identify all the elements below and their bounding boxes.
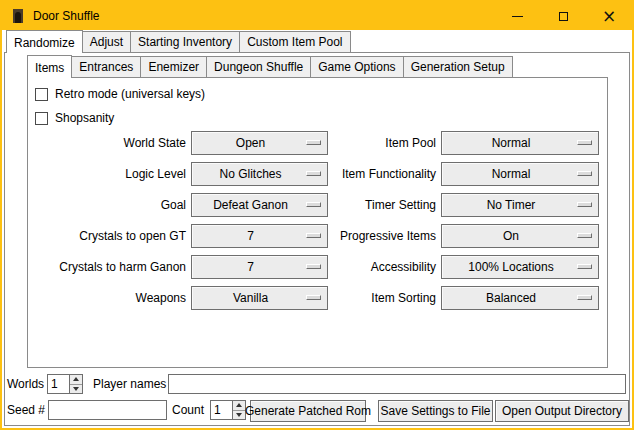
tab-dungeon-shuffle[interactable]: Dungeon Shuffle xyxy=(206,56,311,77)
tab-game-options[interactable]: Game Options xyxy=(310,56,403,77)
titlebar[interactable]: Door Shuffle × xyxy=(2,2,632,30)
crystals-open-gt-dropdown[interactable]: 7 xyxy=(191,224,328,248)
tab-starting-inventory[interactable]: Starting Inventory xyxy=(130,31,240,52)
shopsanity-checkbox-box xyxy=(35,112,48,125)
dropdown-indicator-icon xyxy=(577,171,592,176)
app-window: Door Shuffle × Randomize Adjust Starting… xyxy=(0,0,634,430)
count-spin-down[interactable] xyxy=(233,411,245,420)
progressive-items-label: Progressive Items xyxy=(333,224,436,248)
generate-patched-rom-button[interactable]: Generate Patched Rom xyxy=(250,400,366,422)
dropdown-indicator-icon xyxy=(306,140,321,145)
worlds-spin-down[interactable] xyxy=(70,385,82,394)
player-names-input[interactable] xyxy=(168,374,626,394)
retro-mode-checkbox[interactable]: Retro mode (universal keys) xyxy=(35,86,205,102)
item-functionality-label: Item Functionality xyxy=(333,162,436,186)
dropdown-indicator-icon xyxy=(577,202,592,207)
seed-input[interactable] xyxy=(48,400,167,420)
accessibility-label: Accessibility xyxy=(333,255,436,279)
window-controls: × xyxy=(494,2,632,30)
accessibility-value: 100% Locations xyxy=(468,260,553,274)
main-tab-bar: Randomize Adjust Starting Inventory Cust… xyxy=(6,30,351,52)
dropdown-indicator-icon xyxy=(306,171,321,176)
save-settings-button[interactable]: Save Settings to File xyxy=(378,400,493,422)
item-functionality-dropdown[interactable]: Normal xyxy=(441,162,599,186)
tab-adjust[interactable]: Adjust xyxy=(82,31,131,52)
item-pool-dropdown[interactable]: Normal xyxy=(441,131,599,155)
weapons-label: Weapons xyxy=(29,286,186,310)
seed-label: Seed # xyxy=(7,400,45,420)
progressive-items-dropdown[interactable]: On xyxy=(441,224,599,248)
goal-label: Goal xyxy=(29,193,186,217)
item-pool-label: Item Pool xyxy=(333,131,436,155)
tab-custom-item-pool[interactable]: Custom Item Pool xyxy=(239,31,350,52)
crystals-open-gt-label: Crystals to open GT xyxy=(29,224,186,248)
timer-setting-dropdown[interactable]: No Timer xyxy=(441,193,599,217)
close-icon: × xyxy=(602,8,616,25)
worlds-spin-up[interactable] xyxy=(70,375,82,385)
dropdown-indicator-icon xyxy=(577,233,592,238)
tab-generation-setup[interactable]: Generation Setup xyxy=(403,56,513,77)
tab-entrances[interactable]: Entrances xyxy=(71,56,141,77)
crystals-harm-ganon-value: 7 xyxy=(247,260,254,274)
goal-value: Defeat Ganon xyxy=(213,198,288,212)
arrow-down-icon xyxy=(236,413,242,417)
world-state-value: Open xyxy=(236,136,265,150)
weapons-value: Vanilla xyxy=(233,291,268,305)
logic-level-dropdown[interactable]: No Glitches xyxy=(191,162,328,186)
weapons-dropdown[interactable]: Vanilla xyxy=(191,286,328,310)
count-label: Count xyxy=(172,400,204,420)
tab-randomize[interactable]: Randomize xyxy=(6,30,83,53)
count-input[interactable] xyxy=(211,401,232,419)
app-icon xyxy=(10,8,26,24)
crystals-harm-ganon-label: Crystals to harm Ganon xyxy=(29,255,186,279)
world-state-dropdown[interactable]: Open xyxy=(191,131,328,155)
arrow-down-icon xyxy=(73,387,79,391)
item-functionality-value: Normal xyxy=(492,167,531,181)
world-state-label: World State xyxy=(29,131,186,155)
timer-setting-value: No Timer xyxy=(487,198,536,212)
dropdown-indicator-icon xyxy=(306,202,321,207)
dropdown-indicator-icon xyxy=(306,295,321,300)
item-sorting-value: Balanced xyxy=(486,291,536,305)
randomize-panel: Items Entrances Enemizer Dungeon Shuffle… xyxy=(4,52,630,426)
sub-tab-bar: Items Entrances Enemizer Dungeon Shuffle… xyxy=(27,56,513,77)
arrow-up-icon xyxy=(236,403,242,407)
item-sorting-dropdown[interactable]: Balanced xyxy=(441,286,599,310)
worlds-spinbox xyxy=(47,374,83,394)
dropdown-indicator-icon xyxy=(577,264,592,269)
progressive-items-value: On xyxy=(503,229,519,243)
maximize-icon xyxy=(559,12,568,21)
worlds-label: Worlds xyxy=(7,374,44,394)
arrow-up-icon xyxy=(73,377,79,381)
window-title: Door Shuffle xyxy=(33,9,100,23)
timer-setting-label: Timer Setting xyxy=(333,193,436,217)
seed-row: Seed # Count Generate Patched Rom Save S… xyxy=(5,400,629,422)
items-panel: Retro mode (universal keys) Shopsanity W… xyxy=(27,77,608,368)
tab-items[interactable]: Items xyxy=(27,55,72,78)
open-output-directory-button[interactable]: Open Output Directory xyxy=(495,400,629,422)
shopsanity-checkbox[interactable]: Shopsanity xyxy=(35,110,114,126)
settings-grid: World State Open Item Pool Normal Logic … xyxy=(29,131,599,310)
worlds-spin-arrows xyxy=(69,375,82,393)
minimize-button[interactable] xyxy=(494,2,540,30)
logic-level-label: Logic Level xyxy=(29,162,186,186)
accessibility-dropdown[interactable]: 100% Locations xyxy=(441,255,599,279)
retro-mode-checkbox-box xyxy=(35,88,48,101)
logic-level-value: No Glitches xyxy=(219,167,281,181)
dropdown-indicator-icon xyxy=(577,140,592,145)
worlds-row: Worlds Player names xyxy=(5,374,629,396)
goal-dropdown[interactable]: Defeat Ganon xyxy=(191,193,328,217)
player-names-label: Player names xyxy=(93,374,166,394)
dropdown-indicator-icon xyxy=(577,295,592,300)
shopsanity-checkbox-label: Shopsanity xyxy=(55,111,114,125)
worlds-input[interactable] xyxy=(48,375,69,393)
close-button[interactable]: × xyxy=(586,2,632,30)
tab-enemizer[interactable]: Enemizer xyxy=(140,56,207,77)
crystals-harm-ganon-dropdown[interactable]: 7 xyxy=(191,255,328,279)
dropdown-indicator-icon xyxy=(306,233,321,238)
maximize-button[interactable] xyxy=(540,2,586,30)
count-spin-up[interactable] xyxy=(233,401,245,411)
item-pool-value: Normal xyxy=(492,136,531,150)
crystals-open-gt-value: 7 xyxy=(247,229,254,243)
count-spinbox xyxy=(210,400,246,420)
